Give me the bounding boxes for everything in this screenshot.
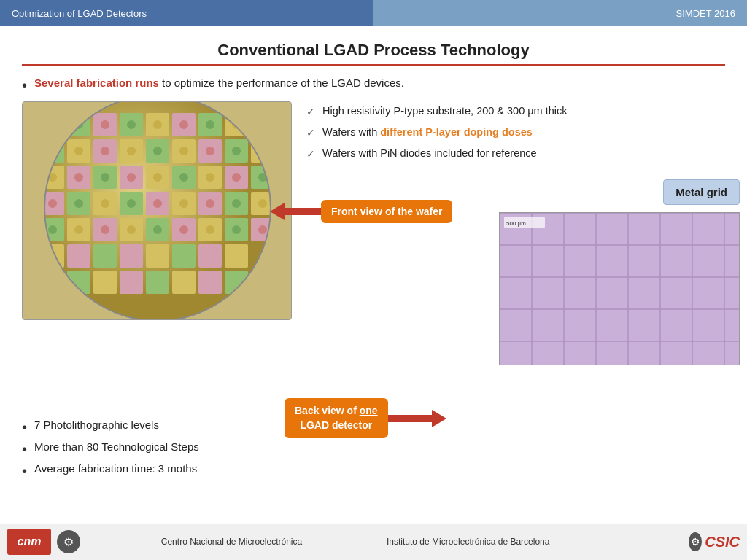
check-text-1: High resistivity P-type substrate, 200 &… bbox=[322, 105, 568, 117]
footer: cnm ⚙ Centro Nacional de Microelectrónic… bbox=[0, 524, 747, 560]
svg-point-68 bbox=[179, 120, 188, 129]
back-arrow-head bbox=[432, 410, 446, 427]
svg-point-103 bbox=[179, 225, 188, 234]
svg-point-104 bbox=[206, 225, 214, 234]
header-left-text: Optimization of LGAD Detectors bbox=[12, 8, 147, 19]
top-bullet-text: Several fabrication runs to optimize the… bbox=[34, 77, 404, 89]
check-mark-1: ✓ bbox=[306, 106, 315, 117]
svg-point-97 bbox=[258, 199, 267, 208]
back-view-arrow bbox=[388, 410, 446, 427]
svg-point-84 bbox=[153, 173, 162, 182]
svg-rect-52 bbox=[146, 244, 169, 268]
svg-point-81 bbox=[74, 173, 83, 182]
check-item-3: ✓ Wafers with PiN diodes included for re… bbox=[306, 147, 725, 160]
svg-point-87 bbox=[232, 173, 241, 182]
bullet-dot-3: • bbox=[22, 462, 27, 480]
header-bar: Optimization of LGAD Detectors SIMDET 20… bbox=[0, 0, 747, 26]
check-highlight: different P-layer doping doses bbox=[380, 126, 533, 138]
back-view-label-container: Back view of one LGAD detector bbox=[285, 398, 446, 438]
svg-point-78 bbox=[232, 147, 241, 155]
bottom-bullet-2: • More than 80 Technological Steps bbox=[22, 440, 199, 458]
svg-point-67 bbox=[153, 120, 162, 129]
svg-point-66 bbox=[127, 120, 136, 129]
svg-point-86 bbox=[206, 173, 214, 182]
svg-point-93 bbox=[153, 199, 162, 208]
slide-main: Conventional LGAD Process Technology • S… bbox=[0, 26, 747, 528]
svg-rect-59 bbox=[146, 271, 169, 294]
svg-point-106 bbox=[258, 225, 267, 234]
back-view-box: Back view of one LGAD detector bbox=[285, 398, 388, 438]
metal-grid-box: Metal grid bbox=[663, 179, 740, 205]
wafer-image bbox=[22, 101, 292, 320]
arrow-head-left bbox=[270, 203, 285, 220]
check-text-2: Wafers with different P-layer doping dos… bbox=[322, 126, 533, 138]
slide-title: Conventional LGAD Process Technology bbox=[22, 34, 725, 64]
cnm-logo-text: cnm bbox=[18, 535, 42, 548]
header-left: Optimization of LGAD Detectors bbox=[0, 0, 374, 26]
front-view-arrow bbox=[270, 203, 321, 220]
svg-point-102 bbox=[153, 225, 162, 234]
svg-rect-55 bbox=[225, 244, 248, 268]
bottom-bullet-text-1: 7 Photolithographic levels bbox=[34, 419, 159, 431]
csic-logo-text: CSIC bbox=[705, 534, 740, 551]
title-divider bbox=[22, 64, 725, 66]
cnm-gear-icon: ⚙ bbox=[57, 530, 80, 553]
svg-rect-54 bbox=[198, 244, 222, 268]
wafer-svg bbox=[23, 102, 292, 320]
svg-point-65 bbox=[101, 120, 109, 129]
top-bullet-highlight: Several fabrication runs bbox=[34, 77, 159, 89]
front-view-label-container: Front view of the wafer bbox=[270, 200, 452, 223]
bullet-dot-1: • bbox=[22, 419, 27, 436]
check-item-2: ✓ Wafers with different P-layer doping d… bbox=[306, 126, 725, 139]
top-bullet-rest: to optimize the performance of the LGAD … bbox=[159, 77, 404, 89]
svg-point-89 bbox=[48, 199, 57, 208]
metal-grid-svg: 500 μm bbox=[500, 213, 740, 365]
svg-point-69 bbox=[206, 120, 214, 129]
svg-point-76 bbox=[179, 147, 188, 155]
check-item-1: ✓ High resistivity P-type substrate, 200… bbox=[306, 105, 725, 117]
svg-point-83 bbox=[127, 173, 136, 182]
check-mark-2: ✓ bbox=[306, 127, 315, 139]
svg-rect-58 bbox=[120, 271, 143, 294]
svg-rect-61 bbox=[198, 271, 222, 294]
back-arrow-body bbox=[388, 415, 432, 422]
svg-point-85 bbox=[179, 173, 188, 182]
svg-rect-49 bbox=[67, 244, 90, 268]
scale-text: 500 μm bbox=[506, 220, 526, 227]
svg-point-99 bbox=[74, 225, 83, 234]
svg-rect-57 bbox=[93, 271, 117, 294]
back-view-line1: Back view of one bbox=[295, 405, 378, 416]
front-view-box: Front view of the wafer bbox=[321, 200, 452, 223]
metal-grid-label-container: Metal grid bbox=[663, 179, 740, 205]
metal-grid-image: 500 μm bbox=[499, 212, 740, 365]
check-mark-3: ✓ bbox=[306, 148, 315, 160]
top-bullet: • Several fabrication runs to optimize t… bbox=[22, 77, 725, 94]
bottom-bullet-text-2: More than 80 Technological Steps bbox=[34, 440, 199, 453]
svg-point-74 bbox=[127, 147, 136, 155]
svg-point-90 bbox=[74, 199, 83, 208]
svg-point-75 bbox=[153, 147, 162, 155]
csic-gear-icon: ⚙ bbox=[689, 532, 702, 551]
svg-point-72 bbox=[74, 147, 83, 155]
footer-right: Instituto de Microelectrónica de Barcelo… bbox=[379, 529, 747, 555]
svg-point-100 bbox=[101, 225, 109, 234]
svg-point-77 bbox=[206, 147, 214, 155]
arrow-body bbox=[285, 208, 321, 215]
csic-logo: ⚙ CSIC bbox=[689, 529, 740, 555]
svg-point-96 bbox=[232, 199, 241, 208]
footer-left: cnm ⚙ Centro Nacional de Microelectrónic… bbox=[0, 529, 379, 555]
svg-point-73 bbox=[101, 147, 109, 155]
svg-point-95 bbox=[206, 199, 214, 208]
svg-point-101 bbox=[127, 225, 136, 234]
check-text-3: Wafers with PiN diodes included for refe… bbox=[322, 147, 537, 159]
bullet-dot-2: • bbox=[22, 440, 27, 458]
back-view-underline: one bbox=[360, 405, 378, 416]
header-right: SIMDET 2016 bbox=[374, 0, 747, 26]
header-right-text: SIMDET 2016 bbox=[676, 8, 735, 19]
bullet-dot: • bbox=[22, 77, 27, 94]
svg-rect-50 bbox=[93, 244, 117, 268]
back-view-line2: LGAD detector bbox=[300, 419, 372, 431]
svg-point-98 bbox=[48, 225, 57, 234]
cnm-logo: cnm bbox=[7, 529, 51, 555]
bottom-bullet-1: • 7 Photolithographic levels bbox=[22, 419, 199, 436]
